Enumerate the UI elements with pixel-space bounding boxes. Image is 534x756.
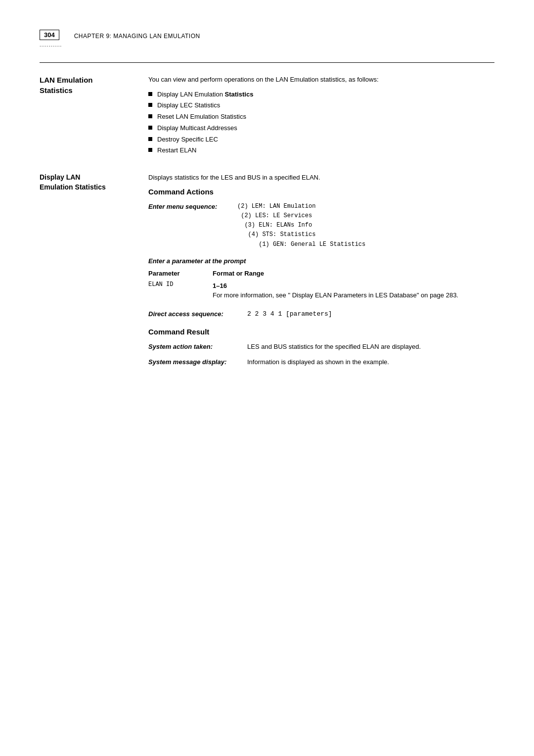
- display-lan-right: Displays statistics for the LES and BUS …: [148, 173, 494, 373]
- command-result-heading: Command Result: [148, 328, 494, 336]
- prompt-heading: Enter a parameter at the prompt: [148, 257, 494, 265]
- table-row: ELAN ID 1–16 For more information, see "…: [148, 279, 494, 302]
- system-message-label: System message display:: [148, 357, 247, 367]
- col-header-parameter: Parameter: [148, 269, 213, 279]
- page-number: 304: [40, 30, 59, 40]
- lan-emulation-heading: LAN Emulation Statistics: [40, 75, 138, 95]
- system-action-label: System action taken:: [148, 342, 247, 352]
- dots-decoration: ............: [40, 42, 200, 47]
- param-name: ELAN ID: [148, 279, 213, 302]
- lan-emulation-stats-section: LAN Emulation Statistics You can view an…: [40, 75, 494, 157]
- system-message-row: System message display: Information is d…: [148, 357, 494, 367]
- display-lan-heading: Display LAN Emulation Statistics: [40, 173, 138, 192]
- list-item: Display Multicast Addresses: [148, 123, 494, 134]
- parameter-table: Parameter Format or Range ELAN ID 1–16 F…: [148, 269, 494, 302]
- lan-emulation-intro: You can view and perform operations on t…: [148, 75, 494, 85]
- enter-menu-label: Enter menu sequence:: [148, 202, 237, 212]
- bullet-icon: [148, 114, 152, 118]
- display-lan-description: Displays statistics for the LES and BUS …: [148, 173, 494, 183]
- bullet-icon: [148, 92, 152, 96]
- direct-access-value: 2 2 3 4 1 [parameters]: [247, 310, 332, 318]
- system-message-value: Information is displayed as shown in the…: [247, 357, 494, 367]
- direct-access-row: Direct access sequence: 2 2 3 4 1 [param…: [148, 310, 494, 318]
- section-divider: [40, 62, 494, 63]
- list-item: Display LAN Emulation Statistics: [148, 90, 494, 100]
- col-header-format: Format or Range: [213, 269, 494, 279]
- list-item: Restart ELAN: [148, 145, 494, 156]
- page: 304 Chapter 9: Managing LAN Emulation ..…: [0, 0, 534, 756]
- bullet-icon: [148, 103, 152, 107]
- chapter-title: Chapter 9: Managing LAN Emulation: [74, 31, 200, 40]
- bullet-list: Display LAN Emulation Statistics Display…: [148, 90, 494, 156]
- list-item: Reset LAN Emulation Statistics: [148, 112, 494, 122]
- param-format: 1–16 For more information, see " Display…: [213, 279, 494, 302]
- list-item: Destroy Specific LEC: [148, 135, 494, 145]
- system-action-row: System action taken: LES and BUS statist…: [148, 342, 494, 352]
- system-action-value: LES and BUS statistics for the specified…: [247, 342, 494, 352]
- command-actions-heading: Command Actions: [148, 188, 494, 196]
- page-header: 304 Chapter 9: Managing LAN Emulation ..…: [40, 30, 494, 52]
- lan-emulation-stats-left: LAN Emulation Statistics: [40, 75, 148, 157]
- enter-menu-row: Enter menu sequence: (2) LEM: LAN Emulat…: [148, 202, 494, 249]
- direct-access-label: Direct access sequence:: [148, 310, 247, 318]
- lan-emulation-stats-right: You can view and perform operations on t…: [148, 75, 494, 157]
- menu-sequence-value: (2) LEM: LAN Emulation (2) LES: LE Servi…: [237, 202, 365, 249]
- list-item: Display LEC Statistics: [148, 100, 494, 111]
- bullet-icon: [148, 137, 152, 141]
- display-lan-section: Display LAN Emulation Statistics Display…: [40, 173, 494, 373]
- table-header-row: Parameter Format or Range: [148, 269, 494, 279]
- display-lan-left: Display LAN Emulation Statistics: [40, 173, 148, 373]
- bullet-icon: [148, 148, 152, 152]
- bullet-icon: [148, 126, 152, 130]
